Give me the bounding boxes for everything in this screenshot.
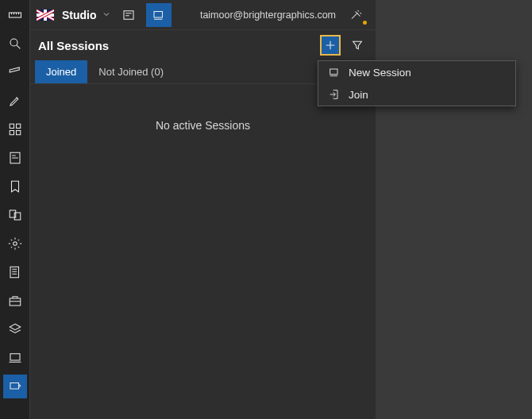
pen-icon xyxy=(8,94,22,108)
topbar-projects-button[interactable] xyxy=(116,3,141,27)
projects-icon xyxy=(121,8,136,22)
layers-icon xyxy=(8,322,22,336)
user-email: taimoor@brightergraphics.com xyxy=(200,10,336,21)
tool-studio[interactable] xyxy=(3,375,27,398)
filter-icon xyxy=(351,39,364,52)
svg-rect-10 xyxy=(10,267,19,278)
svg-rect-12 xyxy=(10,354,20,360)
panel-topbar: Studio taimoor@brightergraphics.com xyxy=(30,0,376,30)
tool-laptop[interactable] xyxy=(3,346,27,370)
briefcase-icon xyxy=(8,294,22,308)
menu-new-session-label: New Session xyxy=(349,67,411,79)
svg-rect-13 xyxy=(124,10,133,19)
section-header: All Sessions xyxy=(30,30,376,60)
tab-not-joined-label: Not Joined xyxy=(98,66,148,78)
laptop-icon xyxy=(8,351,22,365)
tool-grid[interactable] xyxy=(3,117,27,141)
new-session-icon xyxy=(328,66,341,79)
tool-sheets[interactable] xyxy=(3,260,27,284)
topbar-sessions-button[interactable] xyxy=(146,3,172,27)
svg-rect-0 xyxy=(9,13,21,17)
ruler-icon xyxy=(8,8,22,22)
tool-pen[interactable] xyxy=(3,89,27,113)
menu-join[interactable]: Join xyxy=(318,83,515,106)
form-icon xyxy=(8,151,22,165)
svg-rect-14 xyxy=(154,11,163,17)
tab-joined[interactable]: Joined xyxy=(35,60,87,83)
menu-join-label: Join xyxy=(349,89,368,101)
tool-briefcase[interactable] xyxy=(3,289,27,313)
menu-new-session[interactable]: New Session xyxy=(318,61,515,83)
left-tool-rail xyxy=(0,0,30,419)
svg-rect-11 xyxy=(10,298,21,306)
tool-search[interactable] xyxy=(3,32,27,56)
join-icon xyxy=(328,88,341,101)
empty-state: No active Sessions xyxy=(30,84,376,419)
add-session-button[interactable] xyxy=(320,35,341,56)
grid-icon xyxy=(8,122,22,136)
bookmark-icon xyxy=(8,179,22,194)
tool-form[interactable] xyxy=(3,146,27,170)
section-title: All Sessions xyxy=(38,39,314,52)
plus-icon xyxy=(324,39,337,52)
plug-icon xyxy=(349,8,364,22)
filter-button[interactable] xyxy=(347,35,368,56)
add-session-menu: New Session Join xyxy=(318,60,516,106)
gear-icon xyxy=(8,236,22,251)
compare-icon xyxy=(8,208,22,222)
chevron-down-icon[interactable] xyxy=(102,8,111,22)
svg-rect-15 xyxy=(330,69,337,75)
empty-message: No active Sessions xyxy=(156,119,250,132)
flag-icon xyxy=(37,10,54,21)
studio-icon xyxy=(8,379,22,394)
sessions-icon xyxy=(152,8,166,22)
tool-settings[interactable] xyxy=(3,232,27,256)
tab-not-joined-count: 0 xyxy=(154,66,160,78)
tool-tag[interactable] xyxy=(3,60,27,84)
tool-ruler[interactable] xyxy=(3,3,27,27)
sheets-icon xyxy=(8,265,22,279)
svg-rect-5 xyxy=(16,131,20,135)
tool-compare[interactable] xyxy=(3,203,27,227)
svg-rect-2 xyxy=(10,124,13,128)
tool-layers[interactable] xyxy=(3,317,27,341)
search-icon xyxy=(8,37,22,51)
svg-point-9 xyxy=(13,242,17,246)
tag-icon xyxy=(8,65,22,79)
tab-not-joined[interactable]: Not Joined (0) xyxy=(87,60,175,83)
status-dot xyxy=(363,21,367,25)
panel-title: Studio xyxy=(62,9,97,21)
svg-point-1 xyxy=(10,39,17,46)
tool-bookmark[interactable] xyxy=(3,175,27,198)
connection-button[interactable] xyxy=(344,3,369,27)
svg-rect-3 xyxy=(16,124,20,128)
svg-rect-4 xyxy=(10,131,13,135)
